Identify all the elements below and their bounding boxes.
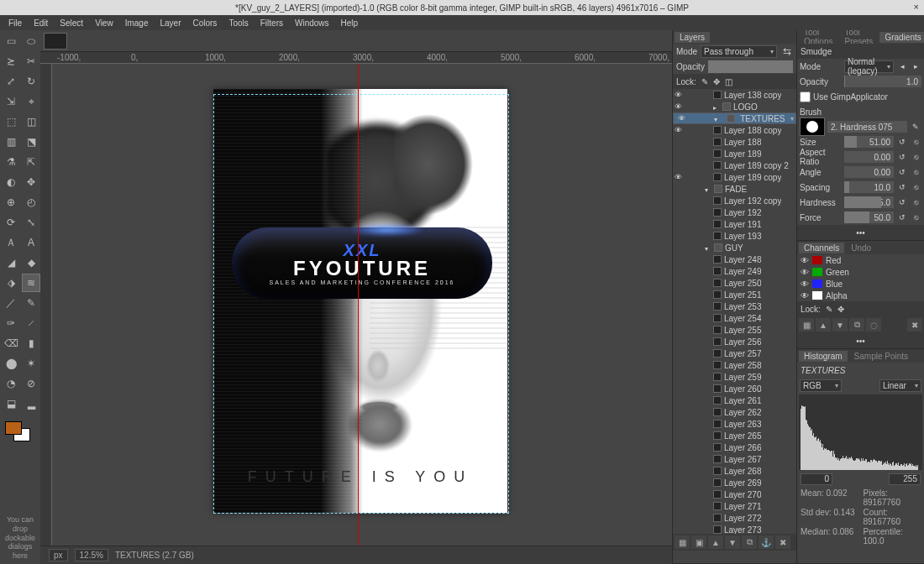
crop-tool[interactable]: ⬚ xyxy=(2,112,20,131)
layer-name[interactable]: Layer 249 xyxy=(724,267,761,276)
canvas-viewport[interactable]: XXL FYOUTURE SALES AND MARKETING CONFERE… xyxy=(40,64,672,546)
reset-icon[interactable]: ↺ xyxy=(896,212,908,223)
mode-prev-icon[interactable]: ◂ xyxy=(896,60,908,72)
layer-name[interactable]: Layer 191 xyxy=(724,220,761,229)
layer-name[interactable]: Layer 251 xyxy=(724,290,761,300)
new-group-button[interactable]: ▣ xyxy=(691,535,706,549)
layer-row[interactable]: Layer 267 xyxy=(673,453,796,465)
bg-tool[interactable]: ▂ xyxy=(22,394,40,413)
layer-name[interactable]: Layer 258 xyxy=(724,361,761,370)
layer-opacity-slider[interactable]: 100.0 xyxy=(708,60,793,73)
move-tool[interactable]: ⤢ xyxy=(2,72,20,91)
menu-help[interactable]: Help xyxy=(336,17,364,29)
layer-row[interactable]: Layer 192 copy xyxy=(673,195,796,206)
menu-tools[interactable]: Tools xyxy=(223,17,253,29)
reset-icon[interactable]: ↺ xyxy=(896,136,908,148)
layer-row[interactable]: Layer 257 xyxy=(673,347,796,359)
layer-row[interactable]: Layer 268 xyxy=(673,465,796,477)
layer-name[interactable]: Layer 259 xyxy=(724,373,761,382)
lock-alpha-icon[interactable]: ◫ xyxy=(725,77,732,86)
smudge-opacity-slider[interactable]: 1.0 xyxy=(844,76,921,87)
layer-row[interactable]: Layer 255 xyxy=(673,324,796,336)
layer-name[interactable]: FADE xyxy=(725,185,747,194)
text-tool[interactable]: Ａ xyxy=(2,233,20,252)
perspective-tool[interactable]: ⬔ xyxy=(22,133,40,151)
duplicate-channel-button[interactable]: ⧉ xyxy=(849,318,864,332)
layer-name[interactable]: Layer 188 copy xyxy=(724,126,781,135)
layer-row[interactable]: Layer 271 xyxy=(673,500,796,512)
flip-tool[interactable]: ◐ xyxy=(2,173,20,191)
lower-channel-button[interactable]: ▼ xyxy=(832,318,848,332)
menu-select[interactable]: Select xyxy=(55,17,88,29)
blend-mode-select[interactable]: Pass through xyxy=(701,45,777,58)
heal-tool[interactable]: ⬤ xyxy=(2,354,20,373)
link-icon[interactable]: ⎋ xyxy=(910,181,921,193)
measure-tool[interactable]: ⊕ xyxy=(2,193,20,212)
clone-tool[interactable]: ▮ xyxy=(22,334,40,352)
layer-name[interactable]: Layer 260 xyxy=(724,384,761,394)
layer-row[interactable]: Layer 251 xyxy=(673,289,796,300)
visibility-icon[interactable]: 👁 xyxy=(801,268,809,277)
layer-name[interactable]: Layer 269 xyxy=(724,478,761,488)
layer-name[interactable]: Layer 253 xyxy=(724,302,761,311)
link-icon[interactable]: ⎋ xyxy=(910,151,921,163)
channel-lock-position-icon[interactable]: ✥ xyxy=(837,305,844,314)
layer-name[interactable]: Layer 189 xyxy=(724,149,761,159)
menu-edit[interactable]: Edit xyxy=(29,17,53,29)
to-selection-button[interactable]: ◌ xyxy=(866,318,881,332)
layer-name[interactable]: Layer 189 copy 2 xyxy=(724,161,789,170)
delete-channel-button[interactable]: ✖ xyxy=(907,318,922,332)
histogram-channel-select[interactable]: RGB xyxy=(800,379,842,392)
layer-row[interactable]: Layer 260 xyxy=(673,383,796,394)
layer-row[interactable]: Layer 250 xyxy=(673,277,796,289)
layer-row[interactable]: Layer 258 xyxy=(673,359,796,371)
tab-undo[interactable]: Undo xyxy=(846,243,876,253)
channel-lock-pixels-icon[interactable]: ✎ xyxy=(826,305,832,314)
channels-list[interactable]: 👁Red👁Green👁Blue👁Alpha xyxy=(797,254,924,301)
layer-name[interactable]: Layer 248 xyxy=(724,255,761,264)
visibility-icon[interactable]: 👁 xyxy=(801,291,809,300)
layer-name[interactable]: Layer 257 xyxy=(724,349,761,358)
layer-name[interactable]: Layer 266 xyxy=(724,443,761,452)
smudge-mode-select[interactable]: Normal (legacy) xyxy=(844,60,894,73)
align-tool[interactable]: ⤡ xyxy=(22,213,40,232)
layer-name[interactable]: Layer 273 xyxy=(724,525,761,535)
lock-position-icon[interactable]: ✥ xyxy=(713,77,720,86)
layer-row[interactable]: ▾GUY xyxy=(673,242,796,253)
tab-gradients[interactable]: Gradients xyxy=(879,32,924,43)
anchor-layer-button[interactable]: ⚓ xyxy=(759,535,774,549)
bucket-tool[interactable]: ◆ xyxy=(22,253,40,272)
expand-icon[interactable]: ▸ xyxy=(713,102,720,112)
lower-layer-button[interactable]: ▼ xyxy=(725,535,740,549)
angle-slider[interactable]: 0.00 xyxy=(844,166,894,178)
hardness-slider[interactable]: 75.0 xyxy=(844,196,894,208)
paintbrush-tool[interactable]: ✎ xyxy=(22,294,40,312)
layer-name[interactable]: Layer 254 xyxy=(724,314,761,323)
layer-name[interactable]: Layer 270 xyxy=(724,490,761,499)
layer-row[interactable]: Layer 191 xyxy=(673,218,796,230)
layer-row[interactable]: Layer 272 xyxy=(673,512,796,524)
handle-tool[interactable]: ⇱ xyxy=(22,153,40,171)
reset-icon[interactable]: ↺ xyxy=(896,181,908,193)
channel-row[interactable]: 👁Red xyxy=(797,254,924,266)
eraser-tool[interactable]: ⌫ xyxy=(2,334,20,352)
layer-row[interactable]: Layer 253 xyxy=(673,300,796,312)
dodge-tool[interactable]: ✶ xyxy=(22,354,40,373)
cage-tool[interactable]: ✥ xyxy=(22,173,40,191)
layer-name[interactable]: Layer 192 copy xyxy=(724,196,781,206)
layer-row[interactable]: 👁Layer 138 copy xyxy=(673,89,796,101)
color-picker-tool[interactable]: ⚗ xyxy=(2,153,20,171)
mode-next-icon[interactable]: ▸ xyxy=(910,60,921,72)
pencil-tool[interactable]: ／ xyxy=(2,294,20,312)
layer-row[interactable]: Layer 256 xyxy=(673,336,796,347)
menu-image[interactable]: Image xyxy=(120,17,154,29)
layer-name[interactable]: LOGO xyxy=(733,102,758,112)
expand-icon[interactable]: ▾ xyxy=(705,243,711,253)
layer-row[interactable]: Layer 262 xyxy=(673,406,796,418)
menu-filters[interactable]: Filters xyxy=(255,17,288,29)
visibility-icon[interactable]: 👁 xyxy=(801,279,809,289)
spacing-slider[interactable]: 10.0 xyxy=(844,181,894,193)
expand-icon[interactable]: ▾ xyxy=(714,114,721,123)
ruler-vertical[interactable] xyxy=(40,64,52,546)
layer-row[interactable]: Layer 261 xyxy=(673,394,796,406)
